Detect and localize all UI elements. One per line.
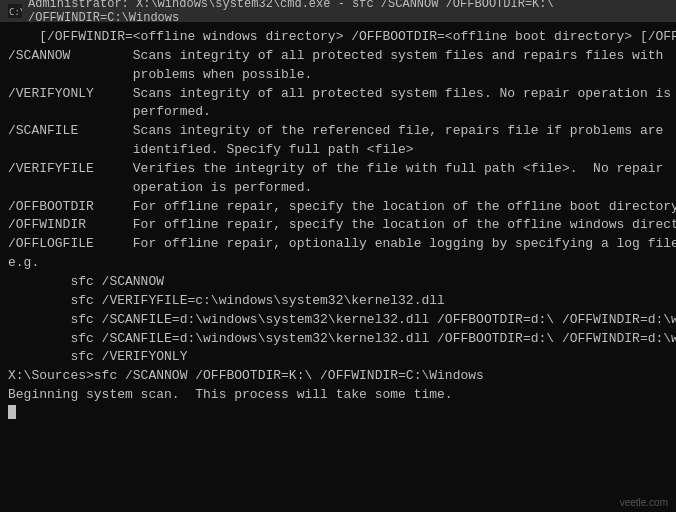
terminal-line: operation is performed. [8,179,668,198]
terminal-line: /VERIFYONLY Scans integrity of all prote… [8,85,668,104]
terminal-line: problems when possible. [8,66,668,85]
cursor-line [8,405,668,419]
terminal-line: sfc /VERIFYONLY [8,348,668,367]
terminal-window[interactable]: [/OFFWINDIR=<offline windows directory> … [0,22,676,512]
terminal-line: performed. [8,103,668,122]
terminal-line: sfc /SCANFILE=d:\windows\system32\kernel… [8,330,668,349]
terminal-line: X:\Sources>sfc /SCANNOW /OFFBOOTDIR=K:\ … [8,367,668,386]
terminal-line: sfc /SCANNOW [8,273,668,292]
terminal-line: /OFFWINDIR For offline repair, specify t… [8,216,668,235]
terminal-line: sfc /VERIFYFILE=c:\windows\system32\kern… [8,292,668,311]
terminal-line: identified. Specify full path <file> [8,141,668,160]
terminal-line: e.g. [8,254,668,273]
terminal-line: /SCANFILE Scans integrity of the referen… [8,122,668,141]
terminal-line: /OFFBOOTDIR For offline repair, specify … [8,198,668,217]
terminal-line: /SCANNOW Scans integrity of all protecte… [8,47,668,66]
cmd-icon: C:\ [8,4,22,18]
terminal-line: sfc /SCANFILE=d:\windows\system32\kernel… [8,311,668,330]
terminal-cursor [8,405,16,419]
svg-text:C:\: C:\ [9,7,22,17]
watermark: veetle.com [620,497,668,508]
terminal-line: /OFFLOGFILE For offline repair, optional… [8,235,668,254]
terminal-line: /VERIFYFILE Verifies the integrity of th… [8,160,668,179]
terminal-line: [/OFFWINDIR=<offline windows directory> … [8,28,668,47]
terminal-output: [/OFFWINDIR=<offline windows directory> … [8,28,668,405]
title-bar: C:\ Administrator: X:\windows\system32\c… [0,0,676,22]
terminal-line: Beginning system scan. This process will… [8,386,668,405]
